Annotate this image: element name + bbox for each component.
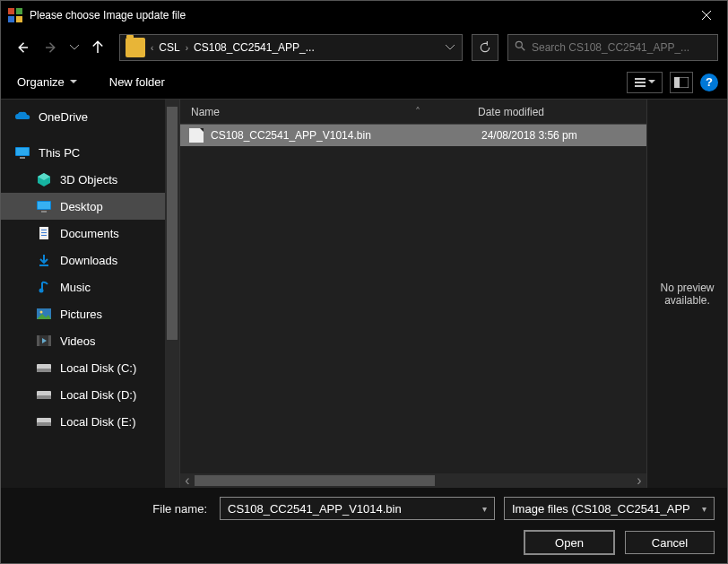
svg-rect-14 — [38, 202, 50, 209]
filename-value: CS108_CC2541_APP_V1014.bin — [228, 502, 402, 516]
sidebar-item-videos[interactable]: Videos — [1, 327, 179, 354]
address-dropdown[interactable] — [438, 45, 462, 50]
close-button[interactable] — [686, 1, 727, 30]
toolbar: Organize New folder ? — [1, 65, 727, 100]
filename-combo[interactable]: CS108_CC2541_APP_V1014.bin ▾ — [220, 497, 495, 520]
svg-rect-5 — [635, 78, 646, 80]
svg-rect-15 — [41, 211, 47, 213]
refresh-button[interactable] — [472, 34, 498, 61]
svg-rect-3 — [16, 16, 22, 22]
docs-icon — [35, 226, 53, 240]
view-mode-button[interactable] — [627, 72, 663, 93]
address-bar[interactable]: ‹ CSL › CS108_CC2541_APP_... — [119, 34, 463, 61]
svg-rect-26 — [48, 335, 51, 346]
svg-rect-28 — [37, 369, 51, 372]
svg-rect-20 — [39, 265, 48, 266]
svg-rect-34 — [37, 422, 51, 426]
help-button[interactable]: ? — [700, 74, 718, 91]
svg-rect-6 — [635, 82, 646, 83]
svg-rect-31 — [37, 395, 51, 399]
chevron-down-icon[interactable]: ▾ — [482, 504, 487, 514]
sidebar-item-pictures[interactable]: Pictures — [1, 300, 179, 327]
file-name: CS108_CC2541_APP_V1014.bin — [211, 129, 471, 142]
disk-icon — [35, 360, 53, 375]
column-headers: Name ˄ Date modified — [180, 100, 646, 125]
sidebar: OneDriveThis PC3D ObjectsDesktopDocument… — [1, 100, 180, 488]
sidebar-item-label: 3D Objects — [60, 173, 117, 187]
desktop-icon — [35, 199, 53, 213]
onedrive-icon — [13, 109, 31, 124]
newfolder-button[interactable]: New folder — [102, 72, 172, 92]
svg-rect-1 — [16, 8, 22, 14]
app-icon — [8, 8, 22, 22]
svg-rect-12 — [20, 157, 25, 159]
recent-dropdown[interactable] — [67, 35, 82, 60]
sidebar-item-label: Local Disk (C:) — [60, 361, 136, 375]
breadcrumb-segment[interactable]: CS108_CC2541_APP_... — [188, 41, 320, 54]
svg-rect-2 — [8, 16, 14, 22]
up-button[interactable] — [85, 35, 110, 60]
back-button[interactable] — [10, 35, 35, 60]
file-type-filter[interactable]: Image files (CS108_CC2541_APP ▾ — [504, 497, 715, 520]
open-button[interactable]: Open — [524, 531, 614, 554]
nav-row: ‹ CSL › CS108_CC2541_APP_... — [1, 30, 727, 65]
column-date[interactable]: Date modified — [467, 106, 646, 118]
scroll-left-icon[interactable]: ‹ — [180, 473, 195, 488]
svg-rect-11 — [16, 148, 29, 155]
svg-point-4 — [516, 41, 522, 48]
file-date: 24/08/2018 3:56 pm — [471, 129, 577, 142]
sidebar-item-label: OneDrive — [39, 110, 88, 124]
scroll-right-icon[interactable]: › — [632, 473, 646, 488]
column-name[interactable]: Name ˄ — [180, 106, 467, 118]
videos-icon — [35, 334, 53, 348]
sidebar-item-thispc[interactable]: This PC — [1, 139, 179, 166]
svg-point-23 — [40, 311, 43, 314]
chevron-down-icon[interactable]: ▾ — [702, 504, 706, 514]
svg-rect-9 — [674, 77, 680, 88]
organize-button[interactable]: Organize — [10, 72, 84, 92]
sidebar-item-label: Local Disk (E:) — [60, 415, 136, 429]
sidebar-item-label: Local Disk (D:) — [60, 388, 136, 402]
music-icon — [35, 280, 53, 294]
sidebar-item-label: Videos — [60, 334, 96, 348]
sidebar-item-desktop[interactable]: Desktop — [1, 193, 179, 220]
svg-rect-18 — [41, 232, 47, 233]
svg-point-21 — [39, 289, 44, 293]
search-input[interactable] — [532, 41, 712, 54]
sidebar-item-onedrive[interactable]: OneDrive — [1, 103, 179, 130]
sidebar-item-label: This PC — [39, 146, 80, 160]
disk-icon — [35, 414, 53, 429]
file-list[interactable]: CS108_CC2541_APP_V1014.bin24/08/2018 3:5… — [180, 125, 646, 473]
horizontal-scrollbar[interactable]: ‹ › — [180, 473, 646, 488]
sidebar-item-downloads[interactable]: Downloads — [1, 247, 179, 273]
sidebar-scrollbar[interactable] — [165, 100, 179, 488]
dialog-body: OneDriveThis PC3D ObjectsDesktopDocument… — [1, 100, 727, 488]
file-row[interactable]: CS108_CC2541_APP_V1014.bin24/08/2018 3:5… — [180, 125, 646, 146]
window-title: Please choose Image update file — [30, 9, 686, 22]
svg-rect-0 — [8, 8, 14, 14]
sidebar-item-docs[interactable]: Documents — [1, 220, 179, 247]
downloads-icon — [35, 253, 53, 267]
pictures-icon — [35, 307, 53, 321]
breadcrumb-segment[interactable]: CSL — [153, 41, 185, 54]
cancel-button[interactable]: Cancel — [625, 531, 715, 554]
svg-rect-17 — [41, 230, 47, 230]
sidebar-item-disk[interactable]: Local Disk (C:) — [1, 354, 179, 381]
preview-pane-button[interactable] — [670, 72, 693, 93]
sidebar-item-disk[interactable]: Local Disk (D:) — [1, 381, 179, 408]
sidebar-item-music[interactable]: Music — [1, 273, 179, 300]
filename-label: File name: — [13, 502, 211, 516]
sidebar-item-3d[interactable]: 3D Objects — [1, 166, 179, 193]
sidebar-item-label: Music — [60, 281, 91, 294]
footer: File name: CS108_CC2541_APP_V1014.bin ▾ … — [1, 488, 727, 563]
forward-button[interactable] — [39, 35, 64, 60]
sort-indicator-icon: ˄ — [415, 106, 420, 118]
search-box[interactable] — [507, 34, 718, 61]
sidebar-item-label: Pictures — [60, 308, 102, 321]
filter-value: Image files (CS108_CC2541_APP — [512, 502, 690, 516]
svg-rect-25 — [37, 335, 39, 346]
sidebar-item-disk[interactable]: Local Disk (E:) — [1, 408, 179, 435]
3d-icon — [35, 172, 53, 187]
titlebar: Please choose Image update file — [1, 1, 727, 30]
file-open-dialog: Please choose Image update file ‹ CSL › … — [0, 0, 728, 564]
